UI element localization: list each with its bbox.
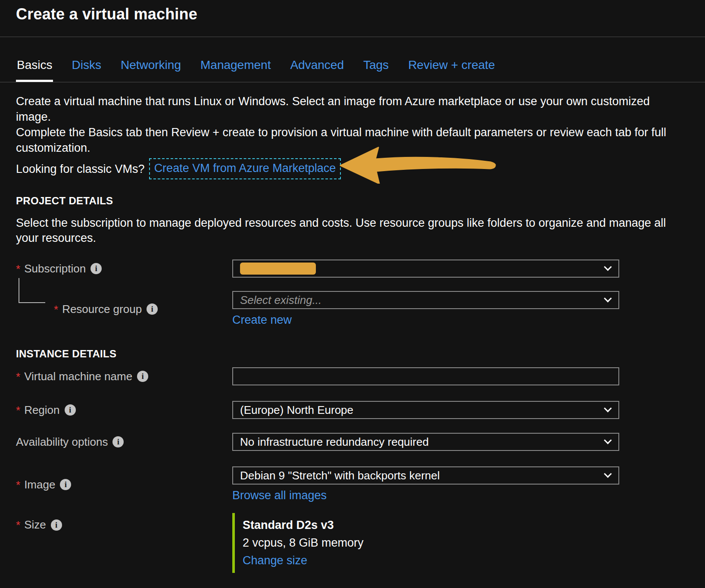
availability-value: No infrastructure redundancy required [240,435,429,449]
availability-dropdown[interactable]: No infrastructure redundancy required [232,433,619,451]
chevron-down-icon[interactable] [604,294,611,302]
size-label: Size [24,518,46,532]
required-asterisk: * [16,370,20,381]
resource-group-dropdown[interactable]: Select existing... [232,291,619,309]
subscription-row: * Subscription i [16,260,689,278]
image-value: Debian 9 "Stretch" with backports kernel [240,469,440,482]
size-label-group: * Size i [16,513,232,532]
resource-group-placeholder: Select existing... [240,294,321,307]
chevron-down-icon[interactable] [604,470,611,478]
required-asterisk: * [16,518,20,529]
info-icon[interactable]: i [90,263,102,274]
subscription-value-redacted [240,263,316,275]
basics-form: * Subscription i * Resource group i Sele… [0,260,705,573]
info-icon[interactable]: i [51,519,62,531]
vm-name-label-group: * Virtual machine name i [16,370,232,383]
project-details-heading: PROJECT DETAILS [16,195,705,207]
project-details-desc-line-1: Select the subscription to manage deploy… [16,216,705,231]
intro-line-2: image. [16,109,689,125]
project-details-desc-line-2: your resources. [16,231,705,246]
region-value: (Europe) North Europe [240,403,353,417]
resource-group-label: Resource group [62,303,142,316]
page-title: Create a virtual machine [16,5,705,23]
size-name: Standard D2s v3 [243,516,619,534]
region-dropdown[interactable]: (Europe) North Europe [232,401,619,419]
size-specs: 2 vcpus, 8 GiB memory [243,534,619,552]
required-asterisk: * [16,403,20,415]
chevron-down-icon[interactable] [604,436,611,444]
info-icon[interactable]: i [147,303,158,315]
subscription-label: Subscription [24,262,86,275]
intro-line-3: Complete the Basics tab then Review + cr… [16,125,689,140]
size-selection-block: Standard D2s v3 2 vcpus, 8 GiB memory Ch… [232,513,619,573]
project-details-description: Select the subscription to manage deploy… [16,216,705,246]
subscription-dropdown[interactable] [232,260,619,278]
page-header: Create a virtual machine [0,0,705,37]
tab-disks[interactable]: Disks [71,58,102,82]
annotation-arrow-icon [339,145,497,184]
tab-networking[interactable]: Networking [120,58,182,82]
info-icon[interactable]: i [65,404,76,416]
availability-options-row: Availability options i No infrastructure… [16,433,689,451]
classic-vms-prompt: Looking for classic VMs? [16,161,145,177]
image-label-group: * Image i [16,478,232,491]
vm-name-row: * Virtual machine name i [16,367,689,385]
tree-connector [19,278,45,303]
chevron-down-icon[interactable] [604,263,611,271]
create-vm-marketplace-link[interactable]: Create VM from Azure Marketplace [149,158,341,179]
image-row: * Image i Debian 9 "Stretch" with backpo… [16,466,689,503]
info-icon[interactable]: i [137,371,148,382]
image-dropdown[interactable]: Debian 9 "Stretch" with backports kernel [232,466,619,485]
chevron-down-icon[interactable] [604,404,611,412]
region-field-col: (Europe) North Europe [232,401,619,419]
availability-label-group: Availability options i [16,435,232,449]
required-asterisk: * [16,478,20,489]
tab-review-create[interactable]: Review + create [407,58,496,82]
subscription-field-col [232,260,619,278]
info-icon[interactable]: i [60,479,71,490]
tab-tags[interactable]: Tags [362,58,390,82]
region-label-group: * Region i [16,403,232,417]
region-row: * Region i (Europe) North Europe [16,401,689,419]
tab-basics[interactable]: Basics [16,58,53,82]
create-new-link[interactable]: Create new [232,313,292,327]
tab-management[interactable]: Management [200,58,271,82]
image-label: Image [24,478,55,491]
required-asterisk: * [16,262,20,273]
resource-group-row: * Resource group i Select existing... Cr… [16,291,689,327]
vm-name-input[interactable] [232,367,619,385]
resource-group-field-col: Select existing... Create new [232,291,619,327]
availability-label: Availability options [16,435,108,449]
size-row: * Size i Standard D2s v3 2 vcpus, 8 GiB … [16,513,689,573]
resource-group-label-group: * Resource group i [16,303,232,316]
size-field-col: Standard D2s v3 2 vcpus, 8 GiB memory Ch… [232,513,619,573]
instance-details-heading: INSTANCE DETAILS [16,348,705,360]
tab-advanced[interactable]: Advanced [289,58,345,82]
region-label: Region [24,403,59,417]
image-field-col: Debian 9 "Stretch" with backports kernel… [232,466,619,503]
availability-field-col: No infrastructure redundancy required [232,433,619,451]
info-icon[interactable]: i [112,436,124,447]
tab-bar: Basics Disks Networking Management Advan… [0,37,705,82]
change-size-link[interactable]: Change size [243,554,307,567]
intro-line-1: Create a virtual machine that runs Linux… [16,94,689,109]
vm-name-field-col [232,367,619,385]
vm-name-label: Virtual machine name [24,370,132,383]
subscription-label-group: * Subscription i [16,262,232,275]
browse-all-images-link[interactable]: Browse all images [232,488,327,503]
required-asterisk: * [54,303,58,314]
